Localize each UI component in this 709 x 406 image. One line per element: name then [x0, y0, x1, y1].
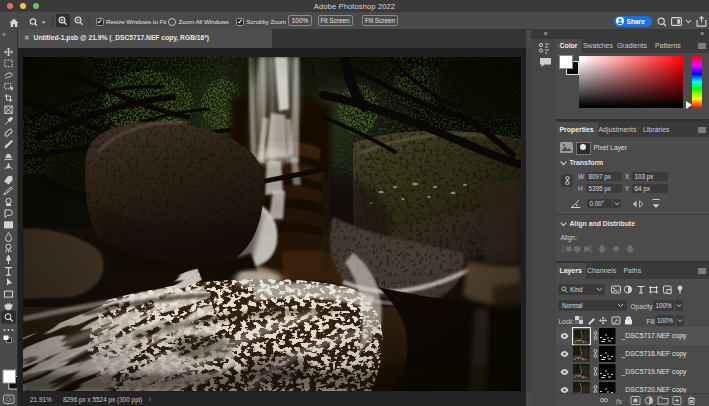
svg-text:fx: fx [616, 397, 623, 406]
svg-text:»: » [2, 31, 6, 38]
